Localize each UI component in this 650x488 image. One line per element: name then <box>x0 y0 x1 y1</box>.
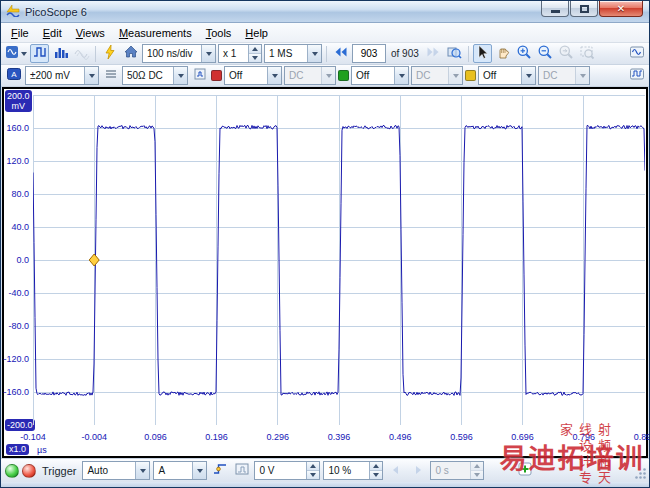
channel-a-button[interactable]: A <box>4 66 23 85</box>
resize-grip[interactable] <box>634 466 647 484</box>
chevron-down-icon[interactable] <box>307 45 321 62</box>
step-down-button[interactable] <box>307 470 319 479</box>
chevron-down-icon[interactable] <box>521 67 535 84</box>
divider <box>468 46 469 62</box>
step-down-button[interactable] <box>249 53 261 62</box>
channel-d-range-select[interactable]: Off <box>478 66 536 85</box>
hand-pan-button[interactable] <box>494 44 513 63</box>
stop-capture-button[interactable] <box>22 464 36 478</box>
rising-edge-trigger-button[interactable] <box>210 461 229 480</box>
pre-trigger-stepper[interactable]: 10 % <box>323 461 383 480</box>
auto-setup-button[interactable] <box>100 44 119 63</box>
close-icon: ✕ <box>617 3 625 14</box>
undo-zoom-icon <box>558 44 574 64</box>
menu-edit[interactable]: Edit <box>36 25 69 41</box>
y-axis-max-box[interactable]: 200.0mV <box>5 90 32 112</box>
prev-buffer-button[interactable] <box>331 44 350 63</box>
x-tick-label: 0.896 <box>623 432 650 442</box>
minimize-button[interactable] <box>541 1 569 17</box>
persistence-mode-button[interactable] <box>72 44 91 63</box>
buffer-overview-button[interactable] <box>445 44 464 63</box>
step-up-button[interactable] <box>249 45 261 53</box>
chevron-down-icon <box>448 67 462 84</box>
pointer-tool-button[interactable] <box>473 44 492 63</box>
add-measurement-icon <box>517 461 533 481</box>
buffer-index-input[interactable]: 903 <box>352 44 386 63</box>
double-right-arrow-icon <box>425 44 441 64</box>
trigger-arrow-left-button[interactable] <box>386 461 405 480</box>
chevron-down-icon[interactable] <box>135 462 149 479</box>
zoom-out-button[interactable] <box>536 44 555 63</box>
timebase-select[interactable]: 100 ns/div <box>142 44 216 63</box>
channel-a-probe-button[interactable] <box>101 66 120 85</box>
spectrum-mode-button[interactable] <box>51 44 70 63</box>
step-up-button[interactable] <box>370 462 382 470</box>
menu-views[interactable]: Views <box>69 25 112 41</box>
x-tick-label: -0.104 <box>11 432 55 442</box>
trigger-source-select[interactable]: A <box>153 461 207 480</box>
step-down-button[interactable] <box>370 470 382 479</box>
advanced-trigger-button[interactable] <box>232 461 251 480</box>
buffer-overview-icon <box>446 44 462 64</box>
chevron-down-icon[interactable] <box>201 45 215 62</box>
home-button[interactable] <box>121 44 140 63</box>
right-arrow-icon <box>412 462 424 480</box>
channel-b-range-select[interactable]: Off <box>224 66 282 85</box>
zoom-in-icon <box>516 44 532 64</box>
picoscope-window: PicoScope 6 ✕ File Edit Views Measuremen… <box>0 0 650 488</box>
x-tick-label: 0.396 <box>317 432 361 442</box>
channel-a-range-select[interactable]: ±200 mV <box>25 66 99 85</box>
waveform-plot[interactable] <box>33 95 645 425</box>
y-axis-min-box[interactable]: -200.0 <box>5 419 35 431</box>
chevron-down-icon[interactable] <box>267 67 281 84</box>
samples-value: 1 MS <box>265 48 307 59</box>
y-tick-label: -160.0 <box>3 387 29 397</box>
samples-select[interactable]: 1 MS <box>264 44 322 63</box>
left-arrow-icon <box>390 462 402 480</box>
menu-measurements[interactable]: Measurements <box>112 25 199 41</box>
trigger-level-stepper[interactable]: 0 V <box>254 461 320 480</box>
scope-mode-button[interactable] <box>30 44 49 63</box>
zoom-x-value: x 1 <box>219 48 248 59</box>
step-up-button[interactable] <box>307 462 319 470</box>
x-axis: -0.104-0.0040.0960.1960.2960.3960.4960.5… <box>4 432 646 442</box>
trigger-mode-select[interactable]: Auto <box>82 461 150 480</box>
menu-help[interactable]: Help <box>238 25 275 41</box>
chevron-down-icon[interactable] <box>192 462 206 479</box>
zoom-full-button[interactable] <box>578 44 597 63</box>
channel-a-range-value: ±200 mV <box>26 70 84 81</box>
scope-view[interactable]: 200.0mV160.0120.080.040.00.0-40.0-80.0-1… <box>2 87 648 458</box>
trigger-arrow-right-button[interactable] <box>408 461 427 480</box>
chevron-down-icon[interactable] <box>394 67 408 84</box>
rising-edge-icon <box>212 461 228 481</box>
undo-zoom-button[interactable] <box>557 44 576 63</box>
channel-d-state: Off <box>479 70 521 81</box>
chevron-down-icon[interactable] <box>173 67 187 84</box>
menu-file[interactable]: File <box>4 25 36 41</box>
zoom-in-button[interactable] <box>515 44 534 63</box>
add-measurement-button[interactable] <box>515 461 534 480</box>
next-buffer-button[interactable] <box>424 44 443 63</box>
maximize-button[interactable] <box>570 1 598 17</box>
channel-a-coupling-select[interactable]: 50Ω DC <box>122 66 188 85</box>
chevron-down-icon[interactable] <box>84 67 98 84</box>
view-selector-button[interactable] <box>4 44 28 63</box>
zoom-full-icon <box>579 44 595 64</box>
y-tick-label: 120.0 <box>6 156 29 166</box>
trigger-toolbar: Trigger Auto A 0 V 10 % 0 s <box>1 458 649 482</box>
menu-tools[interactable]: Tools <box>199 25 239 41</box>
zoom-factor-badge[interactable]: x1.0 <box>6 444 29 455</box>
channel-c-coupling-select: DC <box>411 66 463 85</box>
trigger-marker <box>89 254 99 266</box>
close-button[interactable]: ✕ <box>599 1 643 17</box>
x-tick-label: 0.196 <box>195 432 239 442</box>
probe-wizard-button[interactable] <box>627 66 646 85</box>
y-tick-label: 80.0 <box>11 189 29 199</box>
x-axis-unit-row: x1.0 µs <box>6 444 47 455</box>
zoom-x-stepper[interactable]: x 1 <box>218 44 262 63</box>
start-capture-button[interactable] <box>5 464 19 478</box>
title-bar[interactable]: PicoScope 6 ✕ <box>1 1 649 23</box>
signal-generator-button[interactable] <box>627 44 646 63</box>
channel-c-range-select[interactable]: Off <box>351 66 409 85</box>
channel-a-options-button[interactable] <box>190 66 209 85</box>
